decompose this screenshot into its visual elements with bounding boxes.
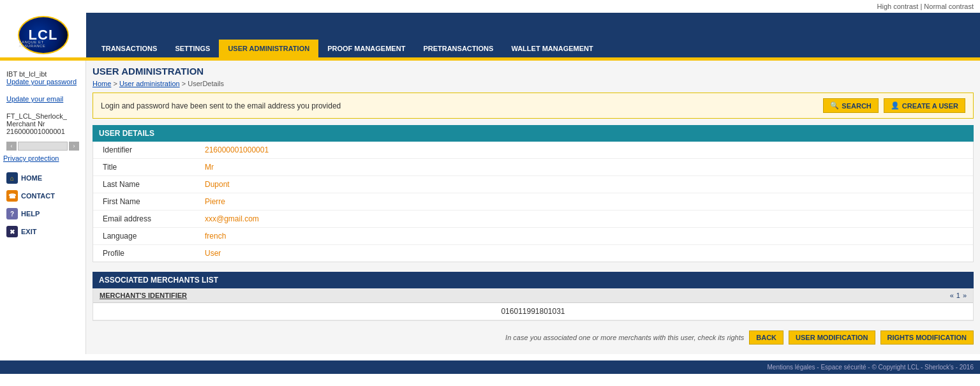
language-value: french bbox=[205, 232, 963, 241]
tab-pretransactions[interactable]: PRETRANSACTIONS bbox=[414, 40, 502, 57]
contrast-separator: | bbox=[920, 3, 922, 10]
identifier-label: Identifier bbox=[103, 145, 205, 154]
sidebar-item-contact[interactable]: ☎ CONTACT bbox=[3, 187, 82, 205]
sidebar-email-info: Update your email bbox=[3, 92, 82, 106]
search-icon: 🔍 bbox=[830, 101, 839, 110]
high-contrast-link[interactable]: High contrast bbox=[877, 3, 919, 10]
pagination-prev[interactable]: « bbox=[950, 292, 954, 299]
contrast-bar: High contrast | Normal contrast bbox=[0, 0, 980, 13]
sidebar-scrollbar: ‹ › bbox=[6, 142, 79, 151]
scroll-track bbox=[18, 142, 68, 151]
lastname-value: Dupont bbox=[205, 180, 963, 189]
sidebar: IBT bt_lcl_ibt Update your password Upda… bbox=[0, 61, 86, 354]
sidebar-username: IBT bt_lcl_ibt bbox=[6, 70, 47, 78]
user-details-section: USER DETAILS Identifier 216000001000001 … bbox=[93, 125, 974, 262]
pagination: « 1 » bbox=[950, 292, 967, 299]
page-title: USER ADMINISTRATION bbox=[93, 61, 974, 80]
sidebar-help-label: HELP bbox=[21, 210, 40, 218]
user-details-header: USER DETAILS bbox=[93, 125, 974, 142]
profile-label: Profile bbox=[103, 249, 205, 258]
bottom-actions: In case you associated one or more merch… bbox=[93, 327, 974, 348]
update-email-link[interactable]: Update your email bbox=[6, 95, 63, 103]
update-password-link[interactable]: Update your password bbox=[6, 78, 77, 85]
info-message-text: Login and password have been sent to the… bbox=[101, 101, 341, 110]
profile-value: User bbox=[205, 249, 963, 258]
field-profile: Profile User bbox=[93, 245, 973, 262]
sidebar-item-exit[interactable]: ✖ EXIT bbox=[3, 223, 82, 241]
create-btn-label: CREATE A USER bbox=[902, 102, 958, 110]
breadcrumb-section[interactable]: User administration bbox=[119, 80, 180, 87]
toolbar-buttons: 🔍 SEARCH 👤 CREATE A USER bbox=[823, 98, 965, 113]
tab-settings[interactable]: SETTINGS bbox=[166, 40, 219, 57]
help-icon: ? bbox=[6, 208, 18, 219]
sidebar-nav: ⌂ HOME ☎ CONTACT ? HELP ✖ EXIT bbox=[3, 169, 82, 241]
sidebar-merchant-info: FT_LCL_Sherlock_ Merchant Nr 21600000100… bbox=[3, 109, 82, 138]
pagination-current: 1 bbox=[956, 292, 960, 299]
breadcrumb-current: UserDetails bbox=[188, 80, 224, 87]
field-language: Language french bbox=[93, 228, 973, 245]
title-value: Mr bbox=[205, 163, 963, 172]
field-email: Email address xxx@gmail.com bbox=[93, 211, 973, 228]
search-button[interactable]: 🔍 SEARCH bbox=[823, 98, 878, 113]
field-title: Title Mr bbox=[93, 159, 973, 176]
rights-check-text: In case you associated one or more merch… bbox=[505, 334, 744, 341]
merchant-id: 216000001000001 bbox=[6, 128, 65, 135]
field-identifier: Identifier 216000001000001 bbox=[93, 142, 973, 159]
sidebar-item-home[interactable]: ⌂ HOME bbox=[3, 169, 82, 187]
tab-transactions[interactable]: TRANSACTIONS bbox=[93, 40, 166, 57]
user-details-body: Identifier 216000001000001 Title Mr Last… bbox=[93, 142, 974, 262]
tab-wallet-management[interactable]: WALLET MANAGEMENT bbox=[502, 40, 602, 57]
identifier-value: 216000001000001 bbox=[205, 145, 963, 154]
field-lastname: Last Name Dupont bbox=[93, 176, 973, 193]
logo: LCL BANQUE ET ASSURANCE bbox=[18, 16, 69, 54]
sidebar-contact-label: CONTACT bbox=[21, 192, 55, 200]
rights-modification-button[interactable]: RIGHTS MODIFICATION bbox=[880, 330, 974, 345]
merchants-header: ASSOCIATED MERCHANTS LIST bbox=[93, 272, 974, 288]
email-value: xxx@gmail.com bbox=[205, 214, 963, 223]
sidebar-home-label: HOME bbox=[21, 174, 42, 182]
contact-icon: ☎ bbox=[6, 190, 18, 202]
normal-contrast-link[interactable]: Normal contrast bbox=[924, 3, 974, 10]
merchants-col-header: MERCHANT'S IDENTIFIER « 1 » bbox=[93, 288, 973, 303]
merchant-name: FT_LCL_Sherlock_ bbox=[6, 112, 67, 120]
scroll-left-btn[interactable]: ‹ bbox=[6, 142, 17, 151]
main-layout: IBT bt_lcl_ibt Update your password Upda… bbox=[0, 61, 980, 354]
breadcrumb: Home > User administration > UserDetails bbox=[93, 80, 974, 93]
tab-user-administration[interactable]: USER ADMINISTRATION bbox=[219, 40, 318, 57]
merchant-label: Merchant Nr bbox=[6, 120, 45, 128]
title-label: Title bbox=[103, 163, 205, 172]
language-label: Language bbox=[103, 232, 205, 241]
scroll-right-btn[interactable]: › bbox=[69, 142, 79, 151]
sidebar-exit-label: EXIT bbox=[21, 228, 36, 235]
merchants-col-label[interactable]: MERCHANT'S IDENTIFIER bbox=[100, 292, 187, 299]
footer-text: Mentions légales - Espace sécurité - © C… bbox=[768, 364, 974, 371]
breadcrumb-home[interactable]: Home bbox=[93, 80, 111, 87]
search-btn-label: SEARCH bbox=[842, 102, 871, 110]
firstname-label: First Name bbox=[103, 197, 205, 206]
merchants-body: MERCHANT'S IDENTIFIER « 1 » 016011991801… bbox=[93, 288, 974, 321]
home-icon: ⌂ bbox=[6, 172, 18, 184]
nav-tabs: TRANSACTIONS SETTINGS USER ADMINISTRATIO… bbox=[86, 13, 980, 57]
logo-subtitle: BANQUE ET ASSURANCE bbox=[19, 40, 68, 48]
privacy-protection-link[interactable]: Privacy protection bbox=[3, 154, 59, 162]
sidebar-item-help[interactable]: ? HELP bbox=[3, 205, 82, 223]
header: LCL BANQUE ET ASSURANCE TRANSACTIONS SET… bbox=[0, 13, 980, 57]
tab-proof-management[interactable]: PROOF MANAGEMENT bbox=[318, 40, 414, 57]
merchant-row: 016011991801031 bbox=[93, 303, 973, 320]
breadcrumb-sep1: > bbox=[113, 80, 119, 87]
back-button[interactable]: BACK bbox=[749, 330, 783, 345]
pagination-next[interactable]: » bbox=[963, 292, 967, 299]
breadcrumb-sep2: > bbox=[182, 80, 188, 87]
footer: Mentions légales - Espace sécurité - © C… bbox=[0, 360, 980, 374]
info-message-bar: Login and password have been sent to the… bbox=[93, 93, 974, 119]
user-modification-button[interactable]: USER MODIFICATION bbox=[789, 330, 875, 345]
exit-icon: ✖ bbox=[6, 226, 18, 237]
logo-area: LCL BANQUE ET ASSURANCE bbox=[0, 13, 86, 57]
create-icon: 👤 bbox=[891, 101, 900, 110]
sidebar-user-info: IBT bt_lcl_ibt Update your password bbox=[3, 67, 82, 89]
merchants-section: ASSOCIATED MERCHANTS LIST MERCHANT'S IDE… bbox=[93, 272, 974, 321]
create-user-button[interactable]: 👤 CREATE A USER bbox=[884, 98, 965, 113]
email-label: Email address bbox=[103, 214, 205, 223]
firstname-value: Pierre bbox=[205, 197, 963, 206]
field-firstname: First Name Pierre bbox=[93, 193, 973, 211]
